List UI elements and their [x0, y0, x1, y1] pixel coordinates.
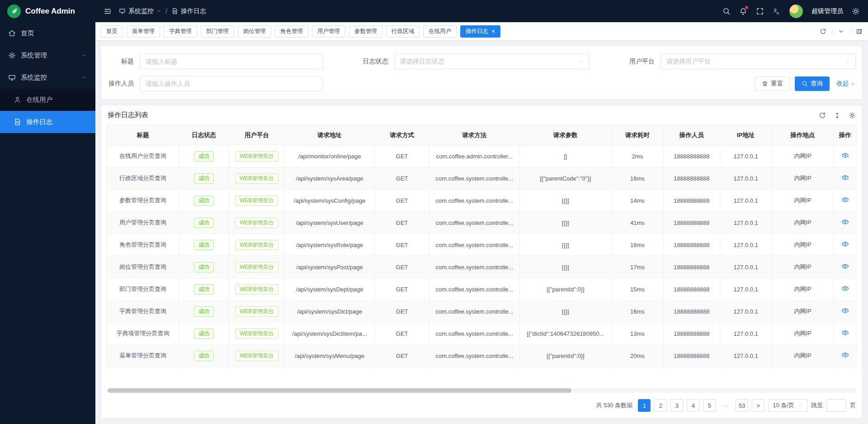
sidebar-toggle-icon[interactable]: [104, 7, 112, 15]
reset-button[interactable]: 重置: [755, 76, 790, 91]
notifications-button[interactable]: [739, 7, 747, 15]
operator-label: 操作人员: [108, 80, 134, 88]
view-detail-icon[interactable]: [841, 152, 849, 159]
view-detail-icon[interactable]: [841, 218, 849, 226]
tab-item[interactable]: 首页: [101, 25, 123, 38]
tab-item[interactable]: 用户管理: [312, 25, 345, 38]
tabs-refresh-icon[interactable]: [820, 28, 826, 35]
platform-tag: WEB管理后台: [235, 284, 278, 295]
cell-title: 岗位管理分页查询: [107, 256, 179, 278]
monitor-icon: [8, 74, 16, 81]
view-detail-icon[interactable]: [841, 351, 849, 359]
cell-platform: WEB管理后台: [229, 212, 284, 234]
cell-duration: 15ms: [612, 278, 664, 300]
cell-handler: com.coffee.admin.controller...: [429, 145, 519, 167]
tab-item[interactable]: 行政区域: [386, 25, 420, 38]
log-row: 参数管理分页查询成功WEB管理后台/api/system/sysConfig/p…: [107, 190, 857, 212]
sidebar-item[interactable]: 系统管理: [0, 44, 95, 67]
page-button-3[interactable]: 3: [670, 399, 683, 412]
cell-duration: 41ms: [612, 212, 664, 234]
next-page-button[interactable]: >: [752, 399, 764, 412]
breadcrumb-item[interactable]: 操作日志: [171, 7, 206, 15]
sidebar-subitem[interactable]: 在线用户: [0, 89, 95, 111]
tab-item[interactable]: 操作日志×: [460, 25, 500, 38]
jump-page-input[interactable]: [826, 399, 846, 412]
view-detail-icon[interactable]: [841, 240, 849, 248]
global-search-icon[interactable]: [722, 7, 731, 15]
sidebar-item[interactable]: 系统监控: [0, 67, 95, 89]
cell-url: /api/system/sysConfig/page: [284, 190, 374, 212]
table-density-icon[interactable]: [834, 112, 841, 119]
view-detail-icon[interactable]: [841, 174, 849, 181]
cell-handler: com.coffee.system.controlle...: [429, 345, 519, 367]
cell-title: 字典项管理分页查询: [107, 323, 179, 345]
jump-label: 跳至: [811, 401, 823, 410]
page-button-2[interactable]: 2: [654, 399, 667, 412]
status-tag: 成功: [194, 262, 214, 272]
table-settings-icon[interactable]: [849, 112, 856, 119]
page-button-53[interactable]: 53: [736, 399, 748, 412]
view-detail-icon[interactable]: [841, 307, 849, 314]
cell-duration: 16ms: [612, 234, 664, 256]
tab-item[interactable]: 菜单管理: [127, 25, 160, 38]
main-area: 系统监控/操作日志 文A 超级管理员 首页菜单管理字典管理部门管理岗位管理角色管…: [95, 0, 868, 424]
horizontal-scrollbar[interactable]: [108, 388, 856, 393]
jump-suffix: 页: [850, 401, 856, 410]
cell-platform: WEB管理后台: [229, 323, 284, 345]
tab-item[interactable]: 部门管理: [201, 25, 234, 38]
tab-item[interactable]: 参数管理: [349, 25, 382, 38]
notification-badge: [745, 6, 748, 9]
page-button-1[interactable]: 1: [638, 399, 651, 412]
title-input[interactable]: [140, 54, 323, 69]
tab-item[interactable]: 在线用户: [423, 25, 457, 38]
user-platform-select[interactable]: 请选择用户平台: [660, 54, 856, 69]
cell-url: /api/system/sysMenu/page: [284, 345, 374, 367]
table-refresh-icon[interactable]: [819, 112, 826, 119]
status-tag: 成功: [194, 240, 214, 250]
document-icon: [171, 8, 178, 14]
tab-item[interactable]: 字典管理: [164, 25, 197, 38]
view-detail-icon[interactable]: [841, 329, 849, 337]
sidebar-subitem[interactable]: 操作日志: [0, 111, 95, 133]
page-size-select[interactable]: 10 条/页: [768, 399, 807, 412]
tab-close-icon[interactable]: ×: [491, 28, 495, 34]
cell-params: [{}]: [519, 300, 611, 323]
content-area: 标题 日志状态 请选择日志状态 用户平台 请选择用户平台: [95, 40, 868, 424]
tab-label: 岗位管理: [243, 28, 266, 35]
page-button-4[interactable]: 4: [687, 399, 699, 412]
cell-location: 内网IP: [772, 300, 834, 323]
search-button[interactable]: 查询: [795, 76, 830, 91]
tab-item[interactable]: 岗位管理: [238, 25, 271, 38]
tabs-layout-icon[interactable]: [856, 28, 863, 35]
breadcrumb-item[interactable]: 系统监控: [119, 7, 161, 15]
search-icon: [802, 81, 808, 87]
cell-method: GET: [375, 278, 429, 300]
scrollbar-thumb[interactable]: [108, 388, 571, 393]
tab-item[interactable]: 角色管理: [275, 25, 308, 38]
log-status-select[interactable]: 请选择日志状态: [394, 54, 590, 69]
translate-icon[interactable]: 文A: [773, 7, 781, 15]
cell-url: /api/system/sysRole/page: [284, 234, 374, 256]
user-platform-label: 用户平台: [622, 57, 655, 66]
cell-action: [834, 167, 856, 190]
page-button-5[interactable]: 5: [703, 399, 716, 412]
log-table-card: 操作日志列表 标题日志状态用户平台请求地址请求方式请求方法请求参数请求耗时操作人…: [101, 105, 863, 419]
page-ellipsis[interactable]: ···: [719, 399, 732, 412]
fullscreen-icon[interactable]: [756, 7, 764, 15]
view-detail-icon[interactable]: [841, 196, 849, 204]
sidebar-item[interactable]: 首页: [0, 22, 95, 44]
header-settings-icon[interactable]: [852, 7, 860, 15]
cell-url: /api/system/sysDict/page: [284, 300, 374, 323]
avatar[interactable]: [789, 5, 803, 18]
tabs-dropdown-icon[interactable]: [838, 28, 844, 35]
cell-method: GET: [375, 145, 429, 167]
table-scroll-area: 标题日志状态用户平台请求地址请求方式请求方法请求参数请求耗时操作人员IP地址操作…: [107, 125, 857, 367]
cell-params: [{"parentCode":"0"}]: [519, 167, 611, 190]
log-table: 标题日志状态用户平台请求地址请求方式请求方法请求参数请求耗时操作人员IP地址操作…: [107, 125, 857, 367]
operator-input[interactable]: [140, 76, 323, 91]
view-detail-icon[interactable]: [841, 285, 849, 292]
cell-action: [834, 190, 856, 212]
collapse-filter-link[interactable]: 收起: [836, 80, 856, 88]
topbar: 系统监控/操作日志 文A 超级管理员: [95, 0, 868, 22]
view-detail-icon[interactable]: [841, 262, 849, 270]
